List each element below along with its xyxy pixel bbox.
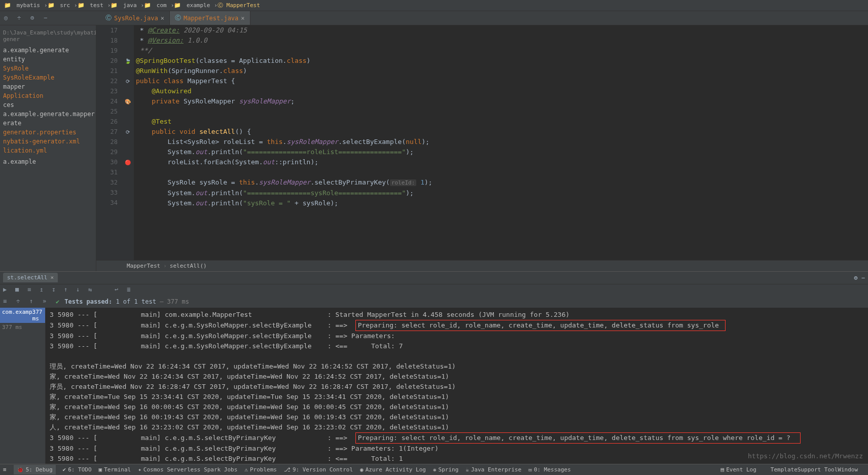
toolbar-row: ◎ ÷ ⚙ − Ⓒ SysRole.java × Ⓒ MapperTest.ja…: [0, 11, 868, 25]
status-messages[interactable]: ✉ 0: Messages: [528, 466, 570, 473]
test-status-label: Tests passed: 1 of 1 test – 377 ms: [64, 298, 189, 305]
close-icon[interactable]: ×: [50, 274, 54, 281]
more-icon[interactable]: »: [43, 298, 51, 306]
debug-toolbar: ▶ ■ ≡ ↥ ↧ ↑ ↓ ⇆ ↩ ≣: [0, 284, 868, 296]
tree-item[interactable]: SysRole: [0, 64, 96, 73]
gutter-icons: 🍃⟳🎨⟳🔴: [122, 25, 134, 260]
status-item[interactable]: ≡: [3, 466, 7, 473]
bc-item[interactable]: 📁 src: [48, 2, 73, 9]
status-bar: ≡ 🐞 5: Debug ✔ 6: TODO ▣ Terminal ✦ Cosm…: [0, 464, 868, 475]
tree-item[interactable]: SysRoleExample: [0, 73, 96, 82]
status-vcs[interactable]: ⎇ 9: Version Control: [284, 466, 353, 473]
status-problems[interactable]: ⚠ Problems: [244, 466, 277, 473]
arrow-icon[interactable]: ↑: [29, 298, 38, 306]
tree-item[interactable]: Application: [0, 91, 96, 100]
gear-icon[interactable]: ⚙ −: [854, 274, 865, 281]
status-spring[interactable]: ❋ Spring: [433, 466, 458, 473]
bc-item[interactable]: 📁 test: [78, 2, 105, 9]
bc-item[interactable]: 📁 com: [144, 2, 169, 9]
bc-class[interactable]: MapperTest: [127, 263, 160, 269]
status-debug[interactable]: 🐞 5: Debug: [14, 465, 56, 474]
editor-tabs: Ⓒ SysRole.java × Ⓒ MapperTest.java ×: [100, 11, 250, 25]
tree-item[interactable]: lication.yml: [0, 146, 96, 155]
check-icon: ✔: [56, 298, 59, 305]
test-status-bar: ≡ ÷ ↑ » ✔ Tests passed: 1 of 1 test – 37…: [0, 296, 868, 308]
debug-tab[interactable]: st.selectAll×: [3, 273, 58, 282]
status-cosmos[interactable]: ✦ Cosmos Serverless Spark Jobs: [138, 466, 237, 473]
wrap-icon[interactable]: ↩: [115, 286, 123, 294]
filter-icon[interactable]: ÷: [16, 298, 24, 306]
status-terminal[interactable]: ▣ Terminal: [99, 466, 131, 473]
tree-item[interactable]: entity: [0, 55, 96, 64]
close-icon[interactable]: ×: [241, 15, 244, 22]
close-icon[interactable]: ×: [161, 15, 164, 22]
gear-icon[interactable]: ⚙: [30, 14, 39, 22]
tree-item[interactable]: a.example.generate: [0, 46, 96, 55]
expand-icon[interactable]: ≡: [3, 298, 11, 306]
layout-icon[interactable]: ≡: [27, 286, 35, 294]
tab-mappertest[interactable]: Ⓒ MapperTest.java ×: [170, 11, 250, 25]
project-sidebar[interactable]: D:\Java_Example\study\mybatis-gener a.ex…: [0, 25, 96, 271]
tree-item[interactable]: ces: [0, 100, 96, 109]
down-icon[interactable]: ↓: [76, 286, 84, 294]
tree-item[interactable]: generator.properties: [0, 128, 96, 137]
tree-item[interactable]: a.example.generate.mapper: [0, 109, 96, 119]
target-icon[interactable]: ◎: [4, 14, 12, 22]
line-gutter: 171819202122232425262728293031323334: [96, 25, 122, 260]
class-icon: Ⓒ: [175, 14, 181, 22]
stop-icon[interactable]: ■: [15, 286, 23, 294]
scroll-icon[interactable]: ≣: [127, 286, 135, 294]
filter-icon[interactable]: ⇆: [88, 286, 96, 294]
bc-method[interactable]: selectAll(): [170, 263, 207, 269]
status-template[interactable]: TemplateSupport ToolWindow: [771, 466, 858, 473]
class-icon: Ⓒ: [105, 14, 112, 22]
bc-item[interactable]: 📁 java: [111, 2, 138, 9]
tab-sysrole[interactable]: Ⓒ SysRole.java ×: [100, 11, 170, 25]
tree-item[interactable]: mapper: [0, 82, 96, 91]
bc-item[interactable]: 📁 mybatis: [4, 2, 42, 9]
status-java[interactable]: ☕ Java Enterprise: [465, 466, 521, 473]
status-azure[interactable]: ◉ Azure Activity Log: [360, 466, 426, 473]
sort-icon[interactable]: ÷: [17, 14, 25, 22]
editor-breadcrumb: MapperTest › selectAll(): [96, 260, 868, 271]
navigation-breadcrumb: 📁 mybatis › 📁 src › 📁 test › 📁 java › 📁 …: [0, 0, 868, 11]
tree-item[interactable]: erate: [0, 119, 96, 128]
status-todo[interactable]: ✔ 6: TODO: [63, 466, 92, 473]
debug-panel: st.selectAll× ⚙ − ▶ ■ ≡ ↥ ↧ ↑ ↓ ⇆ ↩ ≣ ≡ …: [0, 271, 868, 464]
code-editor[interactable]: 171819202122232425262728293031323334 🍃⟳🎨…: [96, 25, 868, 260]
rerun-icon[interactable]: ▶: [3, 286, 11, 294]
test-tree[interactable]: com.examp377 ms 377 ms: [0, 308, 46, 464]
project-path: D:\Java_Example\study\mybatis-gener: [0, 29, 96, 46]
tree-item[interactable]: a.example: [0, 157, 96, 166]
test-tree-subtime: 377 ms: [0, 323, 45, 332]
import-icon[interactable]: ↧: [52, 286, 60, 294]
editor-area: 171819202122232425262728293031323334 🍃⟳🎨…: [96, 25, 868, 271]
tree-item[interactable]: nybatis-generator.xml: [0, 137, 96, 146]
bc-item-class[interactable]: Ⓒ MapperTest: [218, 2, 262, 9]
collapse-icon[interactable]: −: [44, 14, 52, 22]
up-icon[interactable]: ↑: [64, 286, 72, 294]
test-tree-item[interactable]: com.examp377 ms: [0, 308, 45, 323]
export-icon[interactable]: ↥: [40, 286, 48, 294]
console-output[interactable]: 3 5980 --- [ main] com.example.MapperTes…: [46, 308, 868, 464]
bc-item[interactable]: 📁 example: [174, 2, 212, 9]
status-eventlog[interactable]: ▤ Event Log: [721, 466, 756, 473]
code-body[interactable]: * @Create: 2020-09-20 04:15 * @Version: …: [134, 25, 868, 260]
